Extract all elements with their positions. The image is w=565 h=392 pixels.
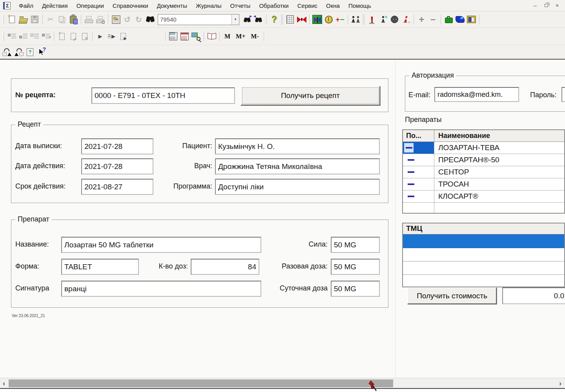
partners-button[interactable]: [350, 14, 361, 25]
run-step-button[interactable]: ▶: [106, 31, 117, 42]
context-help-button[interactable]: ?: [36, 46, 47, 58]
menu-reports[interactable]: Отчеты: [226, 1, 255, 11]
form-field[interactable]: [61, 259, 139, 275]
run-document-button[interactable]: ▶: [117, 31, 129, 42]
status-cell[interactable]: [403, 154, 434, 166]
tmc-row[interactable]: [403, 275, 564, 288]
drug-name-cell[interactable]: ЛОЗАРТАН-ТЕВА: [434, 142, 564, 154]
email-field[interactable]: [434, 87, 519, 102]
tmc-row[interactable]: [403, 248, 564, 261]
redo-button[interactable]: ↻: [133, 14, 144, 25]
copy-button[interactable]: [56, 14, 67, 25]
tmc-row[interactable]: [403, 261, 564, 275]
menu-processing[interactable]: Обработки: [255, 1, 293, 11]
drug-row[interactable]: ЛОЗАРТАН-ТЕВА: [403, 142, 564, 154]
previous-object-button[interactable]: [2, 46, 13, 58]
walking-person-button[interactable]: [400, 14, 412, 25]
empty-row[interactable]: [403, 203, 564, 213]
hierarchy-list-button[interactable]: [6, 31, 18, 42]
dark-face-button[interactable]: [389, 14, 400, 25]
find-next-button[interactable]: ▸: [241, 14, 253, 25]
drug-name-cell[interactable]: СЕНТОР: [434, 166, 564, 178]
find-button[interactable]: [144, 14, 156, 25]
drug-name-cell[interactable]: ТРОСАН: [434, 178, 564, 190]
menu-help[interactable]: Помощь: [344, 1, 375, 11]
add-button[interactable]: +: [416, 14, 427, 25]
menu-operations[interactable]: Операции: [72, 1, 108, 11]
horizontal-scrollbar[interactable]: ‹ ›: [0, 378, 565, 388]
daily-dose-field[interactable]: [331, 281, 380, 297]
help-topics-button[interactable]: ?: [24, 46, 36, 58]
undo-button[interactable]: ↺: [122, 14, 133, 25]
get-recipe-button[interactable]: Получить рецепт: [241, 86, 380, 105]
status-cell[interactable]: [403, 178, 434, 190]
menu-actions[interactable]: Действия: [38, 1, 72, 11]
open-button[interactable]: [18, 14, 29, 25]
remove-button[interactable]: −: [427, 14, 439, 25]
catalog-button[interactable]: [466, 14, 477, 25]
toolbar-grip[interactable]: [3, 32, 4, 41]
calculator-button[interactable]: [168, 31, 179, 42]
drug-name-cell[interactable]: КЛОСАРТ®: [434, 191, 564, 202]
toolbar-grip[interactable]: [3, 15, 4, 24]
next-object-button[interactable]: [13, 46, 24, 58]
briefcase-button[interactable]: [443, 14, 454, 25]
minimize-button[interactable]: –: [532, 2, 538, 9]
guide-book-button[interactable]: [206, 31, 217, 42]
close-period-button[interactable]: [296, 14, 307, 25]
new-document-button[interactable]: ★: [6, 14, 18, 25]
column-status[interactable]: По...: [403, 130, 434, 142]
drug-row[interactable]: ПРЕСАРТАН®-50: [403, 154, 564, 166]
alert-person-button[interactable]: !: [366, 14, 377, 25]
run-button[interactable]: ▶: [95, 31, 106, 42]
menu-journals[interactable]: Журналы: [191, 1, 226, 11]
drug-row[interactable]: ТРОСАН: [403, 178, 564, 191]
value-panel-button[interactable]: [110, 14, 122, 25]
menu-references[interactable]: Справочники: [108, 1, 153, 11]
paste-button[interactable]: [67, 14, 79, 25]
status-cell-selected[interactable]: [403, 142, 434, 154]
drug-row[interactable]: СЕНТОР: [403, 166, 564, 178]
tmc-header[interactable]: ТМЦ: [403, 223, 564, 234]
print-button[interactable]: [83, 14, 95, 25]
restore-button[interactable]: [543, 2, 549, 9]
menu-documents[interactable]: Документы: [153, 1, 191, 11]
help-button[interactable]: ?: [268, 14, 280, 25]
tmc-row-selected[interactable]: [403, 234, 564, 248]
program-field[interactable]: [215, 179, 380, 195]
hierarchy-view-button[interactable]: [18, 31, 29, 42]
scrollbar-thumb[interactable]: [9, 379, 393, 387]
strength-field[interactable]: [331, 237, 380, 253]
money-button[interactable]: [323, 14, 334, 25]
drug-name-field[interactable]: [61, 237, 261, 253]
status-cell[interactable]: [403, 166, 434, 178]
single-dose-field[interactable]: [331, 259, 380, 275]
password-field[interactable]: [561, 87, 565, 102]
find-previous-button[interactable]: ◂: [253, 14, 264, 25]
memory-button[interactable]: M: [222, 32, 233, 41]
recipe-number-field[interactable]: [91, 87, 235, 104]
delete-item-button[interactable]: ×: [79, 31, 90, 42]
drug-name-cell[interactable]: ПРЕСАРТАН®-50: [434, 154, 564, 166]
edit-item-button[interactable]: [67, 31, 79, 42]
menu-windows[interactable]: Окна: [322, 1, 344, 11]
stock-button[interactable]: [312, 14, 323, 25]
drug-row[interactable]: КЛОСАРТ®: [403, 191, 564, 203]
adjust-button[interactable]: +−: [334, 14, 346, 25]
patient-health-button[interactable]: +: [377, 14, 389, 25]
cost-value-field[interactable]: 0.0: [502, 287, 565, 304]
move-group-button[interactable]: ▸: [40, 31, 52, 42]
signature-field[interactable]: [61, 281, 261, 297]
blue-object-button[interactable]: [454, 14, 466, 25]
column-name[interactable]: Наименование: [434, 130, 564, 142]
menu-file[interactable]: Файл: [15, 1, 38, 11]
memory-minus-button[interactable]: M-: [248, 32, 261, 41]
new-item-button[interactable]: ★: [56, 31, 67, 42]
print-preview-button[interactable]: [95, 14, 106, 25]
search-combobox[interactable]: 79540 ▼: [158, 14, 239, 25]
scroll-right-button[interactable]: ›: [556, 378, 564, 388]
patient-field[interactable]: [215, 138, 380, 154]
save-button[interactable]: [29, 14, 40, 25]
report-table-button[interactable]: [284, 14, 296, 25]
picture-zoom-button[interactable]: [190, 31, 202, 42]
